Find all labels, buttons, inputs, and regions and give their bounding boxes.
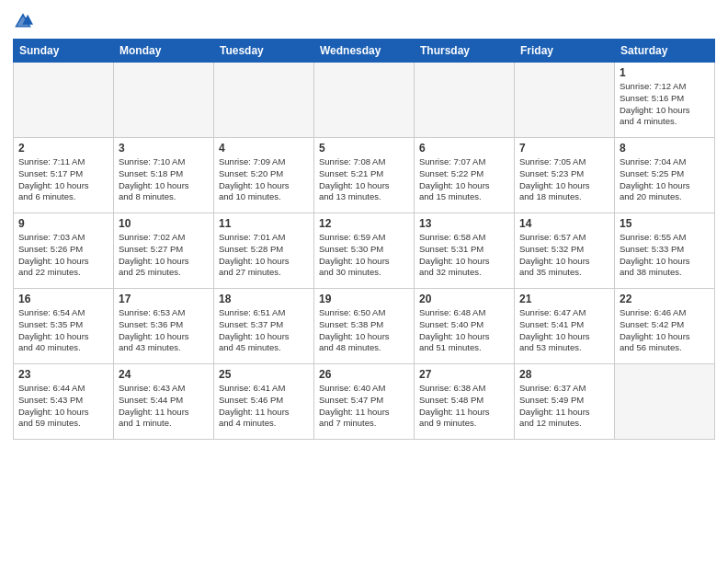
day-cell: 1Sunrise: 7:12 AM Sunset: 5:16 PM Daylig… <box>615 63 715 138</box>
day-info: Sunrise: 6:37 AM Sunset: 5:49 PM Dayligh… <box>519 383 609 430</box>
day-cell: 11Sunrise: 7:01 AM Sunset: 5:28 PM Dayli… <box>214 213 314 289</box>
day-info: Sunrise: 7:12 AM Sunset: 5:16 PM Dayligh… <box>620 81 710 128</box>
day-cell <box>14 63 114 138</box>
day-cell: 21Sunrise: 6:47 AM Sunset: 5:41 PM Dayli… <box>515 289 615 364</box>
day-info: Sunrise: 6:53 AM Sunset: 5:36 PM Dayligh… <box>119 307 209 354</box>
day-number: 20 <box>419 293 509 305</box>
day-number: 18 <box>219 293 309 305</box>
day-info: Sunrise: 6:41 AM Sunset: 5:46 PM Dayligh… <box>219 383 309 430</box>
day-cell: 22Sunrise: 6:46 AM Sunset: 5:42 PM Dayli… <box>615 289 715 364</box>
day-cell: 12Sunrise: 6:59 AM Sunset: 5:30 PM Dayli… <box>314 213 415 289</box>
day-cell: 2Sunrise: 7:11 AM Sunset: 5:17 PM Daylig… <box>14 138 114 213</box>
weekday-header-wednesday: Wednesday <box>314 40 415 63</box>
day-info: Sunrise: 6:59 AM Sunset: 5:30 PM Dayligh… <box>319 232 409 279</box>
day-info: Sunrise: 6:40 AM Sunset: 5:47 PM Dayligh… <box>319 383 409 430</box>
day-cell <box>214 63 314 138</box>
day-number: 10 <box>119 217 209 230</box>
day-number: 7 <box>519 142 609 155</box>
day-number: 24 <box>119 368 209 381</box>
page: SundayMondayTuesdayWednesdayThursdayFrid… <box>0 0 728 563</box>
day-info: Sunrise: 7:04 AM Sunset: 5:25 PM Dayligh… <box>620 156 710 203</box>
day-number: 22 <box>620 293 710 305</box>
day-info: Sunrise: 6:47 AM Sunset: 5:41 PM Dayligh… <box>519 307 609 354</box>
day-info: Sunrise: 7:03 AM Sunset: 5:26 PM Dayligh… <box>18 232 108 279</box>
day-info: Sunrise: 6:51 AM Sunset: 5:37 PM Dayligh… <box>219 307 309 354</box>
day-cell: 3Sunrise: 7:10 AM Sunset: 5:18 PM Daylig… <box>114 138 214 213</box>
day-cell: 15Sunrise: 6:55 AM Sunset: 5:33 PM Dayli… <box>615 213 715 289</box>
day-cell: 6Sunrise: 7:07 AM Sunset: 5:22 PM Daylig… <box>415 138 515 213</box>
day-cell: 19Sunrise: 6:50 AM Sunset: 5:38 PM Dayli… <box>314 289 415 364</box>
day-number: 14 <box>519 217 609 230</box>
day-number: 15 <box>620 217 710 230</box>
day-cell: 28Sunrise: 6:37 AM Sunset: 5:49 PM Dayli… <box>515 364 615 440</box>
day-number: 26 <box>319 368 409 381</box>
day-info: Sunrise: 7:01 AM Sunset: 5:28 PM Dayligh… <box>219 232 309 279</box>
weekday-header-friday: Friday <box>515 40 615 63</box>
day-cell: 26Sunrise: 6:40 AM Sunset: 5:47 PM Dayli… <box>314 364 415 440</box>
day-number: 6 <box>419 142 509 155</box>
day-info: Sunrise: 6:48 AM Sunset: 5:40 PM Dayligh… <box>419 307 509 354</box>
weekday-header-tuesday: Tuesday <box>214 40 314 63</box>
day-number: 28 <box>519 368 609 381</box>
day-number: 4 <box>219 142 309 155</box>
day-info: Sunrise: 6:54 AM Sunset: 5:35 PM Dayligh… <box>18 307 108 354</box>
day-number: 13 <box>419 217 509 230</box>
day-number: 2 <box>18 142 108 155</box>
day-number: 21 <box>519 293 609 305</box>
day-cell <box>114 63 214 138</box>
weekday-header-thursday: Thursday <box>415 40 515 63</box>
day-cell: 14Sunrise: 6:57 AM Sunset: 5:32 PM Dayli… <box>515 213 615 289</box>
day-cell: 27Sunrise: 6:38 AM Sunset: 5:48 PM Dayli… <box>415 364 515 440</box>
day-cell: 10Sunrise: 7:02 AM Sunset: 5:27 PM Dayli… <box>114 213 214 289</box>
day-cell: 13Sunrise: 6:58 AM Sunset: 5:31 PM Dayli… <box>415 213 515 289</box>
logo <box>13 11 37 31</box>
day-info: Sunrise: 6:50 AM Sunset: 5:38 PM Dayligh… <box>319 307 409 354</box>
day-number: 3 <box>119 142 209 155</box>
day-cell: 24Sunrise: 6:43 AM Sunset: 5:44 PM Dayli… <box>114 364 214 440</box>
day-number: 25 <box>219 368 309 381</box>
day-info: Sunrise: 7:10 AM Sunset: 5:18 PM Dayligh… <box>119 156 209 203</box>
day-info: Sunrise: 7:02 AM Sunset: 5:27 PM Dayligh… <box>119 232 209 279</box>
day-number: 12 <box>319 217 409 230</box>
day-info: Sunrise: 6:43 AM Sunset: 5:44 PM Dayligh… <box>119 383 209 430</box>
day-number: 27 <box>419 368 509 381</box>
week-row-3: 9Sunrise: 7:03 AM Sunset: 5:26 PM Daylig… <box>14 213 715 289</box>
weekday-header-row: SundayMondayTuesdayWednesdayThursdayFrid… <box>14 40 715 63</box>
day-number: 19 <box>319 293 409 305</box>
day-info: Sunrise: 6:58 AM Sunset: 5:31 PM Dayligh… <box>419 232 509 279</box>
weekday-header-saturday: Saturday <box>615 40 715 63</box>
day-cell: 23Sunrise: 6:44 AM Sunset: 5:43 PM Dayli… <box>14 364 114 440</box>
calendar: SundayMondayTuesdayWednesdayThursdayFrid… <box>13 39 715 440</box>
week-row-4: 16Sunrise: 6:54 AM Sunset: 5:35 PM Dayli… <box>14 289 715 364</box>
day-cell: 20Sunrise: 6:48 AM Sunset: 5:40 PM Dayli… <box>415 289 515 364</box>
day-info: Sunrise: 7:07 AM Sunset: 5:22 PM Dayligh… <box>419 156 509 203</box>
day-info: Sunrise: 7:05 AM Sunset: 5:23 PM Dayligh… <box>519 156 609 203</box>
weekday-header-sunday: Sunday <box>14 40 114 63</box>
day-number: 1 <box>620 66 710 79</box>
week-row-2: 2Sunrise: 7:11 AM Sunset: 5:17 PM Daylig… <box>14 138 715 213</box>
day-info: Sunrise: 6:55 AM Sunset: 5:33 PM Dayligh… <box>620 232 710 279</box>
day-number: 17 <box>119 293 209 305</box>
day-number: 9 <box>18 217 108 230</box>
logo-icon <box>13 11 33 31</box>
day-info: Sunrise: 6:38 AM Sunset: 5:48 PM Dayligh… <box>419 383 509 430</box>
day-number: 5 <box>319 142 409 155</box>
day-info: Sunrise: 6:46 AM Sunset: 5:42 PM Dayligh… <box>620 307 710 354</box>
day-info: Sunrise: 6:57 AM Sunset: 5:32 PM Dayligh… <box>519 232 609 279</box>
day-cell: 16Sunrise: 6:54 AM Sunset: 5:35 PM Dayli… <box>14 289 114 364</box>
day-cell: 17Sunrise: 6:53 AM Sunset: 5:36 PM Dayli… <box>114 289 214 364</box>
day-info: Sunrise: 6:44 AM Sunset: 5:43 PM Dayligh… <box>18 383 108 430</box>
day-info: Sunrise: 7:11 AM Sunset: 5:17 PM Dayligh… <box>18 156 108 203</box>
day-number: 16 <box>18 293 108 305</box>
weekday-header-monday: Monday <box>114 40 214 63</box>
day-cell: 7Sunrise: 7:05 AM Sunset: 5:23 PM Daylig… <box>515 138 615 213</box>
week-row-1: 1Sunrise: 7:12 AM Sunset: 5:16 PM Daylig… <box>14 63 715 138</box>
day-cell: 5Sunrise: 7:08 AM Sunset: 5:21 PM Daylig… <box>314 138 415 213</box>
day-cell: 8Sunrise: 7:04 AM Sunset: 5:25 PM Daylig… <box>615 138 715 213</box>
header <box>13 11 715 31</box>
day-cell <box>615 364 715 440</box>
day-number: 8 <box>620 142 710 155</box>
day-cell <box>415 63 515 138</box>
day-info: Sunrise: 7:08 AM Sunset: 5:21 PM Dayligh… <box>319 156 409 203</box>
day-cell: 25Sunrise: 6:41 AM Sunset: 5:46 PM Dayli… <box>214 364 314 440</box>
